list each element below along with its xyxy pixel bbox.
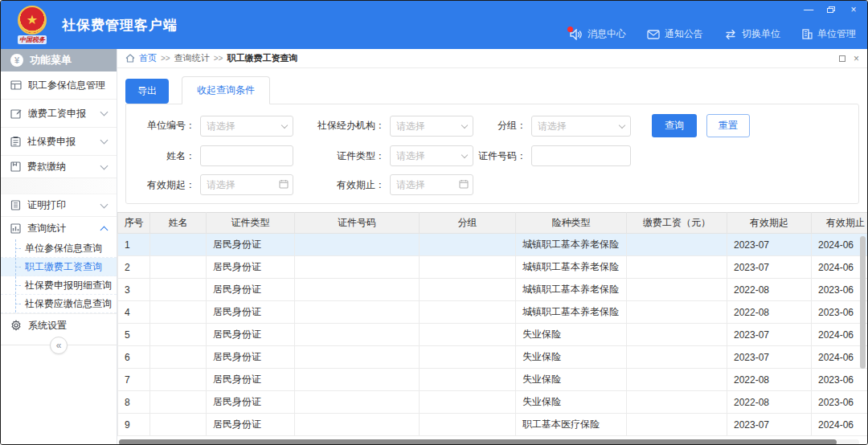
valid-from-datepicker[interactable] [200, 174, 293, 195]
main-content: 首页 >> 查询统计 >> 职工缴费工资查询 × 导出 收起查询条件 单位编号： [117, 49, 867, 444]
clipboard-icon [10, 137, 21, 147]
table-cell: 5 [118, 324, 150, 346]
menu-item-redacted [1, 178, 117, 194]
breadcrumb-level1[interactable]: 查询统计 [174, 52, 210, 64]
table-cell [420, 301, 516, 324]
home-icon [125, 54, 135, 63]
table-row[interactable]: 4居民身份证城镇职工基本养老保险2022-082023-06 [118, 301, 868, 324]
table-cell [627, 301, 727, 324]
table-cell [295, 256, 420, 279]
valid-to-datepicker[interactable] [390, 174, 473, 195]
table-cell: 2022-08 [727, 301, 812, 324]
toolbar-notices[interactable]: 通知公告 [647, 27, 703, 41]
table-row[interactable]: 1居民身份证城镇职工基本养老保险2023-072024-06 [118, 234, 868, 256]
table-cell: 居民身份证 [207, 256, 295, 279]
breadcrumb: 首页 >> 查询统计 >> 职工缴费工资查询 × [117, 49, 867, 68]
table-cell: 城镇职工基本养老保险 [516, 234, 627, 256]
query-buttons: 查询 重置 [631, 114, 852, 137]
group-select[interactable] [531, 116, 631, 137]
table-cell [627, 391, 727, 414]
table-row[interactable]: 7居民身份证失业保险2022-082023-06 [118, 369, 868, 391]
table-cell: 城镇职工基本养老保险 [516, 279, 627, 301]
close-button[interactable]: × [848, 4, 859, 15]
column-header: 证件类型 [207, 213, 295, 234]
query-button[interactable]: 查询 [652, 114, 697, 137]
table-row[interactable]: 5居民身份证失业保险2023-072024-06 [118, 324, 868, 346]
table-cell [420, 324, 516, 346]
table-cell [295, 391, 420, 414]
results-table-zone: 序号姓名证件类型证件号码分组险种类型缴费工资（元）有效期起有效期止 1居民身份证… [117, 212, 867, 436]
table-cell [420, 391, 516, 414]
sidebar-item-employee-insurance-info[interactable]: 职工参保信息管理 [1, 71, 117, 100]
sidebar-item-system-settings[interactable]: 系统设置 [1, 314, 117, 337]
app-title: 社保费管理客户端 [62, 16, 178, 35]
sidebar-item-fee-payment[interactable]: 费款缴纳 [1, 156, 117, 178]
notification-badge [567, 27, 573, 32]
breadcrumb-home[interactable]: 首页 [139, 52, 157, 64]
collapse-query-tab[interactable]: 收起查询条件 [182, 76, 270, 104]
reset-button[interactable]: 重置 [706, 114, 750, 137]
table-row[interactable]: 8居民身份证失业保险2022-082023-06 [118, 391, 868, 414]
export-button[interactable]: 导出 [125, 79, 169, 104]
table-cell [150, 256, 207, 279]
agency-select[interactable] [390, 116, 473, 137]
table-row[interactable]: 2居民身份证城镇职工基本养老保险2023-072024-06 [118, 256, 868, 279]
name-field[interactable] [200, 145, 293, 166]
cert-no-field[interactable] [531, 145, 631, 166]
yen-circle-icon: ¥ [10, 54, 23, 67]
restore-button[interactable] [825, 4, 837, 15]
table-cell [420, 256, 516, 279]
column-header: 序号 [118, 213, 150, 234]
vertical-scrollbar[interactable] [860, 236, 866, 429]
panel-maximize-icon[interactable] [839, 55, 845, 62]
column-header: 有效期起 [727, 213, 812, 234]
horizontal-scrollbar[interactable] [119, 439, 859, 445]
minimize-button[interactable]: — [803, 4, 814, 15]
cert-no-input[interactable] [531, 145, 631, 166]
table-cell: 居民身份证 [207, 391, 295, 414]
cert-type-select[interactable] [390, 145, 473, 166]
column-header: 有效期止 [812, 213, 868, 234]
name-input[interactable] [200, 145, 293, 166]
chevron-up-icon [100, 226, 108, 234]
table-cell [627, 346, 727, 369]
table-row[interactable]: 3居民身份证城镇职工基本养老保险2022-082023-06 [118, 279, 868, 301]
table-cell [295, 369, 420, 391]
table-cell [295, 234, 420, 256]
sidebar-item-salary-declare[interactable]: 缴费工资申报 [1, 100, 117, 128]
table-cell: 居民身份证 [207, 369, 295, 391]
vertical-scrollbar-thumb[interactable] [860, 236, 866, 369]
panel-close-icon[interactable]: × [854, 54, 859, 63]
toolbar-unit-management[interactable]: 单位管理 [801, 27, 856, 41]
submenu-employee-salary-query[interactable]: 职工缴费工资查询 [1, 258, 117, 276]
horizontal-scrollbar-thumb[interactable] [119, 439, 837, 445]
sidebar-item-fee-declare[interactable]: 社保费申报 [1, 128, 117, 156]
toolbar-switch-unit[interactable]: 切换单位 [724, 27, 780, 41]
submenu-declare-detail-query[interactable]: 社保费申报明细查询 [1, 276, 117, 295]
chevron-down-icon [100, 137, 108, 145]
unit-code-select[interactable] [200, 116, 293, 137]
table-cell [627, 369, 727, 391]
column-header: 证件号码 [295, 213, 420, 234]
table-cell: 8 [118, 391, 150, 414]
table-cell: 2023-07 [727, 256, 812, 279]
sidebar-collapse-button[interactable]: « [50, 337, 68, 354]
toolbar-message-center[interactable]: 消息中心 [570, 27, 626, 41]
sidebar-item-query-statistics[interactable]: 查询统计 [1, 217, 117, 239]
table-row[interactable]: 9居民身份证职工基本医疗保险2023-072024-06 [118, 414, 868, 436]
table-cell: 7 [118, 369, 150, 391]
table-cell [150, 301, 207, 324]
sidebar-item-certificate-print[interactable]: 证明打印 [1, 194, 117, 217]
valid-to-label: 有效期止： [293, 178, 390, 192]
cert-type-label: 证件类型： [293, 149, 390, 163]
table-row[interactable]: 6居民身份证失业保险2023-072024-06 [118, 346, 868, 369]
header-toolbar: 消息中心 通知公告 切换单位 单位管理 [570, 27, 856, 41]
table-cell [627, 234, 727, 256]
submenu-unit-insurance-query[interactable]: 单位参保信息查询 [1, 239, 117, 258]
gear-icon [10, 320, 22, 331]
table-cell [295, 279, 420, 301]
table-cell: 9 [118, 414, 150, 436]
submenu-payable-info-query[interactable]: 社保费应缴信息查询 [1, 295, 117, 313]
grid-icon [10, 80, 22, 90]
valid-from-label: 有效期起： [129, 178, 200, 192]
